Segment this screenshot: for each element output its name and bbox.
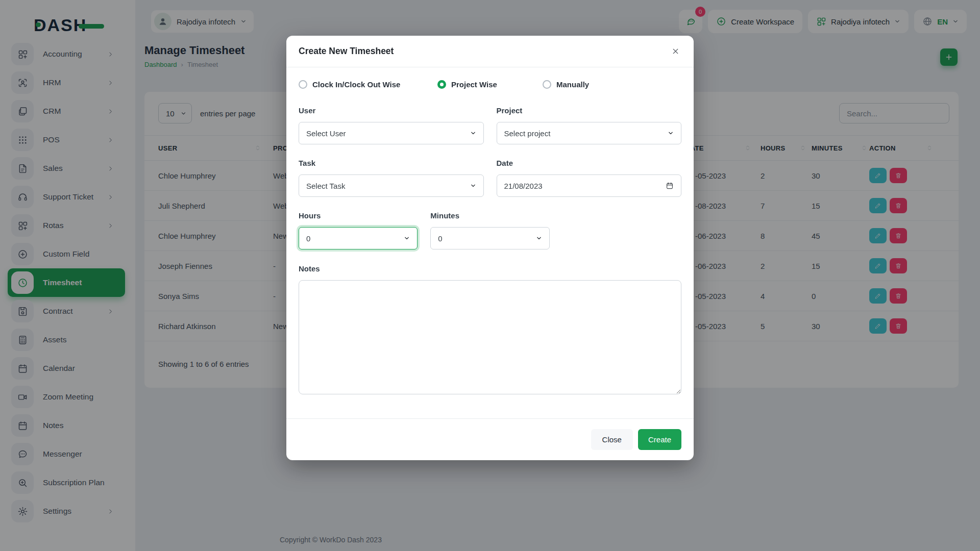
close-button[interactable]: Close	[591, 429, 633, 450]
minutes-label: Minutes	[430, 211, 549, 220]
chevron-down-icon	[668, 130, 674, 136]
minutes-field-group: Minutes 0	[430, 211, 549, 249]
modal-body: Clock In/Clock Out Wise Project Wise Man…	[286, 67, 694, 418]
timesheet-type-radios: Clock In/Clock Out Wise Project Wise Man…	[299, 80, 681, 89]
task-select[interactable]: Select Task	[299, 174, 484, 197]
chevron-down-icon	[536, 235, 542, 241]
user-select[interactable]: Select User	[299, 122, 484, 144]
minutes-select[interactable]: 0	[430, 227, 549, 249]
notes-field-group: Notes	[299, 264, 681, 396]
date-field-group: Date 21/08/2023	[497, 159, 682, 197]
notes-textarea[interactable]	[299, 280, 681, 394]
radio-icon	[299, 80, 307, 89]
hours-label: Hours	[299, 211, 418, 220]
user-label: User	[299, 106, 484, 115]
create-timesheet-modal: Create New Timesheet Clock In/Clock Out …	[286, 36, 694, 460]
date-input[interactable]: 21/08/2023	[497, 174, 682, 197]
notes-label: Notes	[299, 264, 681, 273]
task-field-group: Task Select Task	[299, 159, 484, 197]
user-field-group: User Select User	[299, 106, 484, 144]
project-select[interactable]: Select project	[497, 122, 682, 144]
task-label: Task	[299, 159, 484, 167]
radio-option-clock-in-clock-out-wise[interactable]: Clock In/Clock Out Wise	[299, 80, 437, 89]
radio-option-project-wise[interactable]: Project Wise	[437, 80, 543, 89]
chevron-down-icon	[470, 183, 476, 189]
radio-icon	[437, 80, 446, 89]
hours-field-group: Hours 0	[299, 211, 418, 249]
date-label: Date	[497, 159, 682, 167]
hours-select[interactable]: 0	[299, 227, 418, 249]
modal-header: Create New Timesheet	[286, 36, 694, 67]
chevron-down-icon	[404, 235, 410, 241]
project-field-group: Project Select project	[497, 106, 682, 144]
chevron-down-icon	[470, 130, 476, 136]
create-button[interactable]: Create	[638, 429, 681, 450]
close-icon[interactable]	[669, 45, 681, 58]
project-label: Project	[497, 106, 682, 115]
radio-option-manually[interactable]: Manually	[543, 80, 589, 89]
radio-icon	[543, 80, 551, 89]
modal-title: Create New Timesheet	[299, 46, 394, 57]
modal-footer: Close Create	[286, 418, 694, 460]
calendar-icon	[666, 182, 674, 190]
